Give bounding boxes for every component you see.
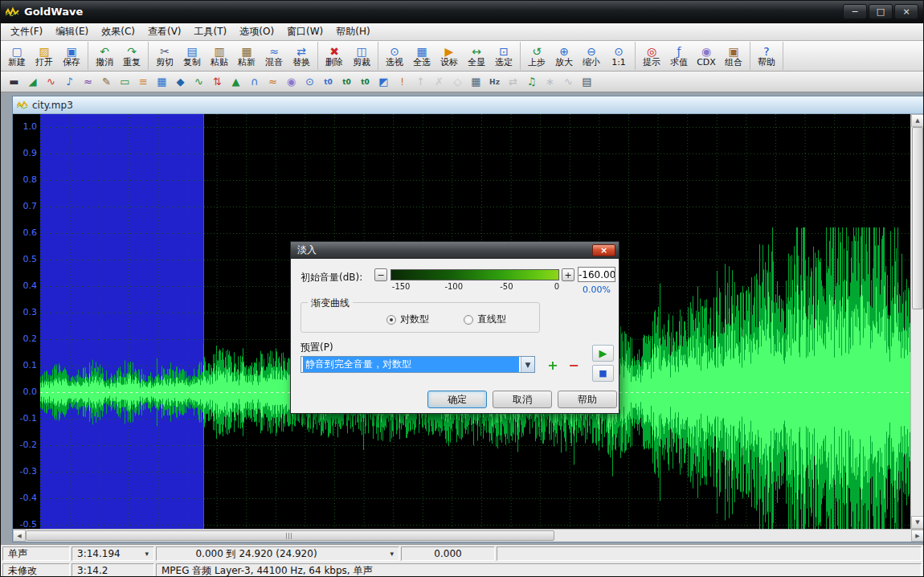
help-button[interactable]: 帮助 [558,391,617,408]
toolbar-button-7-1[interactable]: ◎提示 [638,42,665,70]
toolbar-button-6-1[interactable]: ↺上步 [523,42,550,70]
volume-input[interactable] [578,267,615,282]
minimize-button[interactable]: ─ [843,4,867,19]
scroll-left-button[interactable]: ◀ [13,530,26,542]
menu-item-2[interactable]: 编辑(E) [49,23,95,41]
scroll-right-button[interactable]: ▶ [911,530,924,542]
edit-pen-icon[interactable]: ✎ [97,73,116,90]
parametric-icon[interactable]: ◆ [171,73,190,90]
offset-icon[interactable]: ▬ [5,73,23,90]
status-length[interactable]: 3:14.194▾ [72,546,154,561]
volume-increase-button[interactable]: + [562,268,574,281]
horizontal-scroll-thumb[interactable] [26,530,554,541]
toolbar-button-6-4[interactable]: ⊙1:1 [605,42,632,70]
menu-item-7[interactable]: 窗口(W) [280,23,329,41]
length-dropdown-icon[interactable]: ▾ [140,550,149,558]
preset-combo[interactable]: 静音到完全音量，对数型 ▼ [301,356,535,373]
flanger-icon[interactable]: ≈ [79,73,97,90]
time-marker-3-icon[interactable]: t0 [356,73,374,90]
preview-play-button[interactable]: ▶ [592,345,614,362]
toolbar-button-5-4[interactable]: ↔全显 [463,42,490,70]
bandpass-icon[interactable]: ∩ [245,73,264,90]
horizontal-scrollbar[interactable]: ◀ ▶ [13,529,924,542]
status-selection[interactable]: 0.000 到 24.920 (24.920)▾ [156,546,399,561]
toolbar-button-7-4[interactable]: ▣组合 [720,42,747,70]
volume-slider[interactable] [390,269,559,280]
statusbar: 单声 3:14.194▾ 0.000 到 24.920 (24.920)▾ 0.… [1,544,923,577]
ok-button[interactable]: 确定 [427,391,487,408]
vertical-scroll-thumb[interactable] [912,127,923,309]
toolbar-button-3-2[interactable]: ▤复制 [178,42,206,70]
preset-add-button[interactable]: + [545,357,561,373]
toolbar-button-2-2[interactable]: ↷重复 [118,42,145,70]
menu-item-6[interactable]: 选项(O) [233,23,280,41]
time-marker-1-icon[interactable]: t0 [319,73,337,90]
radio-unchecked-icon [464,315,473,325]
scroll-up-button[interactable]: ▲ [911,114,924,127]
maximize-icon[interactable]: ▲ [227,73,245,90]
pitch-icon[interactable]: ♪ [60,73,79,90]
volume-decrease-button[interactable]: − [374,268,387,281]
menu-item-5[interactable]: 工具(T) [188,23,234,41]
smoother-icon[interactable]: ∿ [190,73,208,90]
toolbar-button-5-5[interactable]: ⊡选定 [490,42,517,70]
scroll-down-button[interactable]: ▼ [911,516,924,529]
toolbar-button-6-3[interactable]: ⊖缩小 [578,42,605,70]
invert-icon[interactable]: ⇅ [208,73,227,90]
maximize-button[interactable]: □ [869,4,893,19]
app-window: GoldWave ─ □ × 文件(F)编辑(E)效果(C)查看(V)工具(T)… [0,0,924,577]
logarithmic-radio[interactable]: 对数型 [386,313,429,326]
dialog-close-button[interactable]: × [592,244,615,256]
grid-icon[interactable]: ▦ [467,73,485,90]
vertical-scrollbar[interactable]: ▲ ▼ [910,114,924,529]
menu-item-8[interactable]: 帮助(H) [329,23,376,41]
toolbar-button-4-2[interactable]: ◫剪裁 [348,42,375,70]
menu-item-3[interactable]: 效果(C) [95,23,141,41]
mechanize-icon[interactable]: ◉ [282,73,301,90]
dialog-titlebar[interactable]: 淡入 × [291,242,619,259]
horizontal-scroll-track[interactable] [554,530,911,542]
preset-remove-button[interactable]: − [566,357,582,373]
toolbar-button-3-6[interactable]: ⇄替换 [288,42,315,70]
keyboard-icon[interactable]: ▤ [578,73,596,90]
toolbar-button-4-1[interactable]: ✖删除 [321,42,348,70]
dynamics-icon[interactable]: ▭ [116,73,134,90]
time-marker-2-icon[interactable]: t0 [337,73,356,90]
toolbar-button-1-1[interactable]: ▢新建 [3,42,31,70]
toolbar-button-6-2[interactable]: ⊕放大 [550,42,578,70]
combo-dropdown-icon[interactable]: ▼ [521,357,534,372]
menu-item-4[interactable]: 查看(V) [141,23,188,41]
toolbar-button-3-4[interactable]: ▦粘新 [233,42,260,70]
close-button[interactable]: × [894,4,918,19]
toolbar-group-7: ◎提示ƒ求值◉CDX▣组合 [638,42,750,70]
cancel-button[interactable]: 取消 [493,391,552,408]
preview-stop-button[interactable]: ■ [592,365,614,382]
menu-item-1[interactable]: 文件(F) [4,23,49,41]
playback-rate-icon[interactable]: ⊙ [301,73,319,90]
document-titlebar[interactable]: city.mp3 [13,96,924,114]
spectrum-icon[interactable]: ▦ [153,73,171,90]
toolbar-button-2-1[interactable]: ↶撤消 [91,42,118,70]
selection-dropdown-icon[interactable]: ▾ [385,550,394,558]
toolbar-button-5-1[interactable]: ⊙选视 [381,42,408,70]
toolbar-button-3-1[interactable]: ✂剪切 [151,42,178,70]
toolbar-button-3-5[interactable]: ≈混音 [260,42,288,70]
linear-radio[interactable]: 直线型 [464,313,506,326]
hz-icon[interactable]: Hz [485,73,504,90]
toolbar-button-1-3[interactable]: ▣保存 [58,42,85,70]
equalizer-icon[interactable]: ≡ [134,73,153,90]
toolbar-button-7-2[interactable]: ƒ求值 [665,42,693,70]
toolbar-button-8-1[interactable]: ?帮助 [753,42,780,70]
toolbar-button-5-2[interactable]: ▦全选 [408,42,435,70]
warning-icon[interactable]: ! [393,73,411,90]
toolbar-button-5-3[interactable]: ▶设标 [435,42,463,70]
vertical-scroll-track[interactable] [911,309,924,516]
toolbar-button-3-3[interactable]: ▥粘贴 [206,42,233,70]
notes-icon[interactable]: ♫ [522,73,541,90]
toolbar-button-1-2[interactable]: ▨打开 [31,42,58,70]
doppler-icon[interactable]: ∿ [42,73,60,90]
shape-icon[interactable]: ◢ [23,73,42,90]
marker-icon[interactable]: ◩ [374,73,393,90]
reverb-icon[interactable]: ≈ [264,73,282,90]
toolbar-button-7-3[interactable]: ◉CDX [693,42,720,70]
